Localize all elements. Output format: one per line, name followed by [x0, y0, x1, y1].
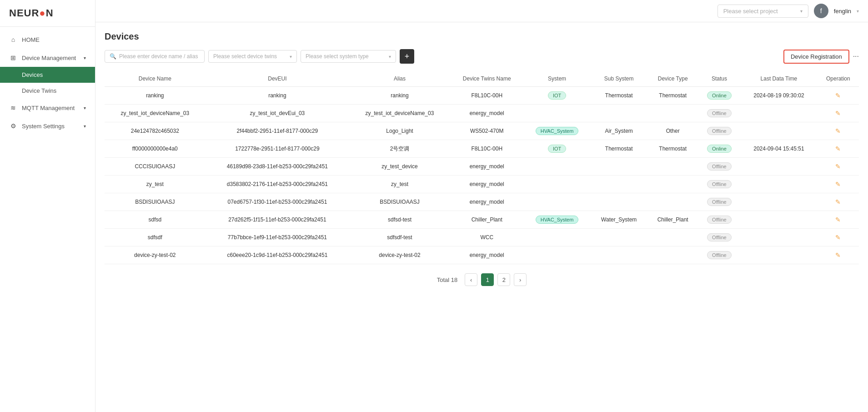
operation-cell[interactable]: ✎	[818, 122, 859, 140]
table-row: zy_testd3583802-2176-11ef-b253-000c29fa2…	[105, 176, 859, 193]
operation-cell[interactable]: ✎	[818, 229, 859, 246]
alias-cell: sdfsdf-test	[349, 229, 450, 246]
sidebar-item-mqtt-management[interactable]: ≋ MQTT Management ▾	[0, 99, 95, 117]
avatar: f	[814, 4, 828, 18]
edit-icon[interactable]: ✎	[835, 145, 841, 152]
operation-cell[interactable]: ✎	[818, 246, 859, 264]
status-cell: Offline	[698, 122, 741, 140]
device-type-cell	[647, 229, 698, 246]
device-type-cell	[647, 158, 698, 176]
device-type-cell: Thermostat	[647, 87, 698, 105]
sidebar-item-device-management-label: Device Management	[22, 55, 76, 61]
status-cell: Online	[698, 140, 741, 158]
sidebar-item-device-management[interactable]: ⊞ Device Management ▾	[0, 49, 95, 67]
twins-name-cell: energy_model	[450, 246, 524, 264]
last-data-cell	[740, 246, 817, 264]
device-name-cell: CCCISUIOAASJ	[105, 158, 206, 176]
toolbar: 🔍 Please enter device name / alias Pleas…	[105, 49, 859, 64]
system-cell	[524, 105, 591, 122]
sub-system-cell	[591, 193, 647, 211]
plus-icon: +	[405, 52, 410, 61]
edit-icon[interactable]: ✎	[835, 110, 841, 117]
edit-icon[interactable]: ✎	[835, 127, 841, 135]
status-cell: Offline	[698, 193, 741, 211]
status-cell: Offline	[698, 211, 741, 229]
operation-cell[interactable]: ✎	[818, 105, 859, 122]
edit-icon[interactable]: ✎	[835, 251, 841, 259]
device-twins-select[interactable]: Please select device twins ▾	[208, 50, 297, 63]
device-name-cell: zy_test	[105, 176, 206, 193]
table-header-cell: Operation	[818, 71, 859, 87]
pagination-next-button[interactable]: ›	[514, 273, 527, 286]
device-name-cell: device-zy-test-02	[105, 246, 206, 264]
mqtt-icon: ≋	[9, 104, 17, 111]
device-registration-button[interactable]: Device Registration	[783, 50, 849, 64]
system-cell: HVAC_System	[524, 122, 591, 140]
pagination-page-2[interactable]: 2	[497, 273, 510, 286]
alias-cell: ranking	[349, 87, 450, 105]
sidebar-item-home-label: HOME	[22, 36, 40, 43]
sub-system-cell: Water_System	[591, 211, 647, 229]
operation-cell[interactable]: ✎	[818, 193, 859, 211]
project-select[interactable]: Please select project ▾	[717, 5, 808, 18]
add-device-button[interactable]: +	[400, 49, 414, 64]
edit-icon[interactable]: ✎	[835, 181, 841, 188]
deveui-cell: ranking	[206, 87, 350, 105]
sidebar-item-system-settings[interactable]: ⚙ System Settings ▾	[0, 117, 95, 135]
sidebar-item-device-twins[interactable]: Device Twins	[0, 83, 95, 99]
system-cell	[524, 176, 591, 193]
devices-table: Device NameDevEUIAliasDevice Twins NameS…	[105, 71, 859, 264]
sidebar-item-home[interactable]: ⌂ HOME	[0, 30, 95, 49]
operation-cell[interactable]: ✎	[818, 140, 859, 158]
twins-name-cell: F8L10C-00H	[450, 140, 524, 158]
alias-cell: zy_test_iot_deviceName_03	[349, 105, 450, 122]
operation-cell[interactable]: ✎	[818, 211, 859, 229]
device-name-cell: ranking	[105, 87, 206, 105]
system-cell: HVAC_System	[524, 211, 591, 229]
last-data-cell	[740, 229, 817, 246]
last-data-cell: 2024-08-19 09:30:02	[740, 87, 817, 105]
edit-icon[interactable]: ✎	[835, 216, 841, 223]
more-options-button[interactable]: ···	[853, 52, 859, 60]
system-cell: IOT	[524, 140, 591, 158]
edit-icon[interactable]: ✎	[835, 234, 841, 241]
system-badge: HVAC_System	[536, 216, 579, 224]
sidebar-logo: NEUR●N	[0, 0, 95, 27]
sub-system-cell: Thermostat	[591, 140, 647, 158]
twins-name-cell: energy_model	[450, 105, 524, 122]
chevron-down-icon: ▾	[84, 55, 86, 60]
deveui-cell: 07ed6757-1f30-11ef-b253-000c29fa2451	[206, 193, 350, 211]
last-data-cell: 2024-09-04 15:45:51	[740, 140, 817, 158]
deveui-cell: 77b7bbce-1ef9-11ef-b253-000c29fa2451	[206, 229, 350, 246]
edit-icon[interactable]: ✎	[835, 198, 841, 206]
operation-cell[interactable]: ✎	[818, 87, 859, 105]
pagination-prev-button[interactable]: ‹	[465, 273, 477, 286]
alias-cell: BSDISUIOAASJ	[349, 193, 450, 211]
table-row: BSDISUIOAASJ07ed6757-1f30-11ef-b253-000c…	[105, 193, 859, 211]
alias-cell: sdfsd-test	[349, 211, 450, 229]
status-badge: Offline	[707, 162, 732, 171]
system-cell	[524, 193, 591, 211]
pagination-total: Total 18	[437, 276, 458, 283]
last-data-cell	[740, 211, 817, 229]
device-type-cell: Thermostat	[647, 140, 698, 158]
pagination-page-1[interactable]: 1	[481, 273, 494, 286]
edit-icon[interactable]: ✎	[835, 92, 841, 99]
table-row: device-zy-test-02c60eee20-1c9d-11ef-b253…	[105, 246, 859, 264]
table-header-cell: Device Type	[647, 71, 698, 87]
sidebar-nav: ⌂ HOME ⊞ Device Management ▾ Devices Dev…	[0, 27, 95, 412]
user-dropdown-icon[interactable]: ▾	[857, 9, 859, 14]
status-badge: Online	[707, 91, 732, 100]
search-input[interactable]: 🔍 Please enter device name / alias	[105, 50, 205, 63]
status-badge: Offline	[707, 251, 732, 259]
operation-cell[interactable]: ✎	[818, 176, 859, 193]
table-header-cell: Device Name	[105, 71, 206, 87]
status-badge: Offline	[707, 127, 732, 135]
deveui-cell: c60eee20-1c9d-11ef-b253-000c29fa2451	[206, 246, 350, 264]
operation-cell[interactable]: ✎	[818, 158, 859, 176]
settings-icon: ⚙	[9, 122, 17, 130]
chevron-right-icon: ▾	[84, 106, 86, 111]
edit-icon[interactable]: ✎	[835, 163, 841, 170]
sidebar-item-devices[interactable]: Devices	[0, 67, 95, 83]
system-type-select[interactable]: Please select system type ▾	[301, 50, 396, 63]
